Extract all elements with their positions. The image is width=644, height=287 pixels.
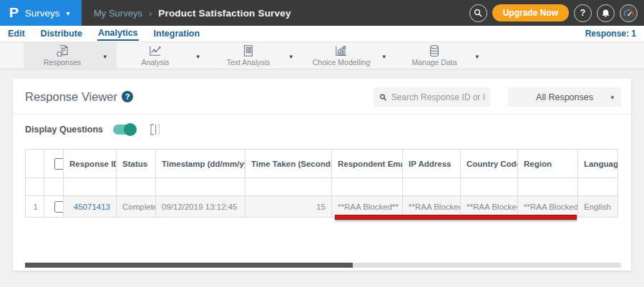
chevron-down-icon: ▾ [196,53,200,60]
ribbon-label: Text Analysis [227,58,270,67]
responses-filter-value: All Responses [536,92,593,102]
display-questions-toggle[interactable] [113,125,136,135]
profile-avatar[interactable] [620,4,638,22]
region-cell: **RAA Blocked** [518,196,578,218]
col-respondent-email: Respondent Email [332,150,403,178]
filter-cell [245,178,332,196]
viewer-title: Response Viewer [25,90,117,104]
choice-modelling-icon [334,44,348,57]
filter-cell [117,178,156,196]
chevron-down-icon: ▾ [475,53,479,60]
col-status: Status [117,150,156,178]
app-screen: P Surveys ▾ My Surveys › Product Satisfa… [0,0,644,287]
col-label: IP Address [409,160,451,168]
tab-analytics[interactable]: Analytics [97,26,139,41]
tab-distribute[interactable]: Distribute [40,27,83,40]
horizontal-scrollbar-track[interactable] [25,263,621,268]
surveys-product-menu[interactable]: P Surveys ▾ [0,0,82,26]
response-count: Response: 1 [585,29,636,39]
col-label: Language [584,160,618,168]
viewer-header: Response Viewer ? All Responses ▾ [13,79,631,115]
red-highlight-annotation [335,215,577,220]
filter-cell [461,178,518,196]
ribbon-item-choice-modelling[interactable]: Choice Modelling ▾ [303,42,396,69]
response-search [374,87,490,107]
filter-cell [332,178,403,196]
chevron-down-icon: ▾ [66,9,69,17]
bell-icon [601,9,610,18]
product-menu-label: Surveys [25,8,60,19]
tab-edit[interactable]: Edit [7,27,26,40]
response-id-cell: 45071413 [64,196,117,218]
select-all-checkbox[interactable] [54,158,64,170]
filter-cell [156,178,245,196]
col-label: Response ID [69,160,117,168]
filter-cell [44,178,64,196]
manage-data-icon [427,44,441,57]
language-cell: English [578,196,618,218]
ribbon-label: Manage Data [411,58,457,67]
country-code-cell: **RAA Blocked** [461,196,518,218]
toggle-knob [124,123,137,136]
col-label: Country Code [467,160,518,168]
row-select-cell [44,196,64,218]
tab-integration[interactable]: Integration [153,27,201,40]
status-cell: Completed [117,196,156,218]
col-ip-address: IP Address [403,150,461,178]
gauge-icon [623,7,635,19]
filter-cell [518,178,578,196]
chevron-down-icon: ▾ [103,53,107,60]
freeze-columns-icon [150,124,161,135]
responses-table: Response ID▼ Status Timestamp (dd/mm/yyy… [25,149,618,218]
row-number: 1 [26,196,44,218]
search-icon [379,93,387,102]
chevron-down-icon: ▾ [289,53,293,60]
col-label: Status [122,160,147,168]
responses-icon [55,44,69,57]
ribbon-item-responses[interactable]: Responses ▾ [24,42,117,69]
col-time-taken[interactable]: Time Taken (Seconds)⇅ [245,150,332,178]
analytics-ribbon: Responses ▾ Analysis ▾ Text Analysis ▾ [0,42,644,69]
col-response-id[interactable]: Response ID▼ [64,150,117,178]
col-label: Timestamp (dd/mm/yyyy) [162,160,245,168]
help-button[interactable]: ? [574,4,592,22]
row-checkbox[interactable] [54,201,64,213]
page-title: Product Satisfaction Survey [158,8,291,19]
chevron-down-icon: ▾ [382,53,386,60]
responses-filter-dropdown[interactable]: All Responses ▾ [508,87,621,107]
search-input[interactable] [391,92,484,102]
analysis-icon [148,44,162,57]
upgrade-now-button[interactable]: Upgrade Now [492,4,569,21]
display-questions-row: Display Questions [25,124,161,135]
col-language: Language [578,150,618,178]
notifications-button[interactable] [597,4,615,22]
col-label: Respondent Email [338,160,403,168]
table-row: 1 45071413 Completed 09/12/2019 13:12:45… [26,196,618,218]
topbar-actions: Upgrade Now ? [469,0,638,26]
breadcrumb-my-surveys[interactable]: My Surveys [94,8,142,19]
horizontal-scrollbar-thumb[interactable] [25,263,353,268]
viewer-help-icon[interactable]: ? [122,91,133,102]
response-id-link[interactable]: 45071413 [74,203,110,211]
freeze-columns-button[interactable] [150,124,161,135]
filter-cell [64,178,117,196]
filter-cell [403,178,461,196]
timestamp-cell: 09/12/2019 13:12:45 [156,196,245,218]
select-all-header [44,150,64,178]
table-header-row: Response ID▼ Status Timestamp (dd/mm/yyy… [26,150,618,178]
chevron-down-icon: ▾ [610,94,614,101]
text-analysis-icon [241,44,255,57]
ribbon-item-analysis[interactable]: Analysis ▾ [117,42,210,69]
global-search-button[interactable] [469,4,487,22]
col-label: Region [524,160,552,168]
ribbon-label: Choice Modelling [313,58,371,67]
ribbon-label: Analysis [141,58,169,67]
col-timestamp[interactable]: Timestamp (dd/mm/yyyy)⇅ [156,150,245,178]
question-icon: ? [580,8,585,18]
ribbon-item-manage-data[interactable]: Manage Data ▾ [396,42,489,69]
survey-nav: Edit Distribute Analytics Integration Re… [0,26,644,42]
filter-row [26,178,618,196]
col-label: Time Taken (Seconds) [251,160,332,168]
ribbon-item-text-analysis[interactable]: Text Analysis ▾ [210,42,303,69]
breadcrumb: My Surveys › Product Satisfaction Survey [94,0,291,26]
